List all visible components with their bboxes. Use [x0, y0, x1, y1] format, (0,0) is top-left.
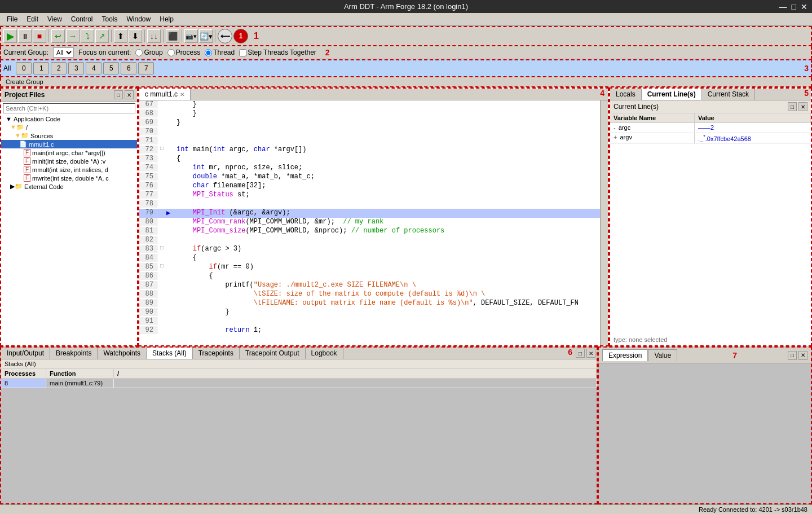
step-threads-label[interactable]: Step Threads Together — [239, 49, 316, 56]
minimize-btn[interactable]: — — [779, 2, 787, 11]
stacks-col-proc: Processes — [1, 369, 46, 378]
up-button[interactable]: ⬆ — [114, 29, 127, 43]
project-panel-float[interactable]: □ — [114, 90, 123, 99]
project-panel-close[interactable]: ✕ — [125, 90, 134, 99]
code-line-85: 85 □ if(mr == 0) — [139, 263, 600, 272]
vars-columns: Variable Name Value — [610, 113, 811, 123]
vars-panel-controls: □ ✕ — [788, 102, 807, 111]
tab-current-line[interactable]: Current Line(s) — [642, 89, 702, 100]
tree-item-appcode[interactable]: ▼ Application Code — [1, 115, 137, 123]
eval-tab-value[interactable]: Value — [648, 349, 677, 361]
vars-panel-float[interactable]: □ — [788, 102, 797, 111]
menu-view[interactable]: View — [43, 14, 67, 24]
sep-3 — [144, 30, 145, 42]
type-none-label: type: none selected — [610, 334, 811, 345]
tab-tracepoint-output[interactable]: Tracepoint Output — [240, 348, 306, 359]
add-bp-button[interactable]: ⬛ — [166, 29, 179, 43]
eval-panel-close[interactable]: ✕ — [798, 351, 807, 360]
step-over-button[interactable]: → — [66, 29, 80, 43]
var-row-argv[interactable]: + argv ._*.0x7ffcbe42a568 — [610, 133, 811, 144]
eval-panel-float[interactable]: □ — [788, 351, 797, 360]
stacks-proc-0: 8 — [1, 379, 46, 388]
break-all-button[interactable]: ↓↓ — [147, 29, 161, 43]
memory-button[interactable]: 📷▾ — [184, 29, 198, 43]
code-scrollbar[interactable] — [600, 100, 608, 345]
tab-watchpoints[interactable]: Watchpoints — [98, 348, 147, 359]
counter-badge: 1 — [233, 29, 248, 43]
tree-label-sources: Sources — [30, 133, 53, 139]
label-1: 1 — [254, 31, 259, 41]
stacks-row-0[interactable]: 8 main (mmult1.c:79) — [1, 379, 597, 388]
titlebar: Arm DDT - Arm Forge 18.2 (on login1) — □… — [0, 0, 812, 13]
group-select[interactable]: All — [53, 47, 74, 58]
eval-tab-expression[interactable]: Expression — [602, 349, 648, 361]
down-button[interactable]: ⬇ — [129, 29, 142, 43]
tree-item-sources[interactable]: ▼📁 Sources — [1, 131, 137, 140]
radio-group-label[interactable]: Group — [135, 49, 162, 56]
maximize-btn[interactable]: □ — [792, 2, 796, 11]
tree-item-mmult1c[interactable]: 📄 mmult1.c — [1, 140, 137, 148]
bottom-left-close[interactable]: ✕ — [586, 349, 595, 358]
back-button[interactable]: ⟵ — [218, 29, 232, 43]
tab-input-output[interactable]: Input/Output — [1, 348, 50, 359]
run-button[interactable]: ▶ — [3, 29, 17, 43]
refresh-button[interactable]: 🔄▾ — [199, 29, 213, 43]
thread-btn-1[interactable]: 1 — [33, 62, 49, 74]
menu-control[interactable]: Control — [67, 14, 98, 24]
func-icon-mmult: F — [24, 166, 30, 173]
tree-item-mmult[interactable]: F mmult(int size, int nslices, d — [1, 165, 137, 174]
label-5: 5 — [804, 89, 811, 100]
code-line-75: 75 double *mat_a, *mat_b, *mat_c; — [139, 173, 600, 182]
step-into-button[interactable]: ⤵ — [81, 29, 94, 43]
menu-file[interactable]: File — [2, 14, 22, 24]
tab-logbook[interactable]: Logbook — [306, 348, 343, 359]
code-tab-mmult1c[interactable]: c mmult1.c ✕ — [139, 89, 191, 100]
toolbar: ▶ ⏸ ■ ↩ → ⤵ ↗ ⬆ ⬇ ↓↓ ⬛ 📷▾ 🔄▾ ⟵ 1 1 — [0, 26, 812, 46]
pause-button[interactable]: ⏸ — [18, 29, 32, 43]
tree-item-root[interactable]: ▼📁 / — [1, 123, 137, 131]
radio-thread[interactable] — [205, 49, 212, 56]
sep-4 — [163, 30, 164, 42]
tab-locals[interactable]: Locals — [610, 89, 642, 100]
code-tab-close[interactable]: ✕ — [180, 91, 184, 98]
tab-breakpoints[interactable]: Breakpoints — [50, 348, 98, 359]
eval-tab-value-label: Value — [654, 352, 671, 359]
radio-thread-label[interactable]: Thread — [205, 49, 235, 56]
step-threads-check[interactable] — [239, 49, 246, 56]
thread-btn-6[interactable]: 6 — [121, 62, 136, 74]
step-out-button[interactable]: ↗ — [95, 29, 109, 43]
vars-table: - argc ——2 + argv ._*.0x7ffcbe42a568 — [610, 123, 811, 334]
thread-btn-0[interactable]: 0 — [16, 62, 32, 74]
tab-tracepoints[interactable]: Tracepoints — [193, 348, 240, 359]
bottom-left: Input/Output Breakpoints Watchpoints Sta… — [0, 346, 598, 504]
radio-process[interactable] — [167, 49, 175, 56]
tree-item-mwrite[interactable]: F mwrite(int size, double *A, c — [1, 174, 137, 182]
close-btn[interactable]: ✕ — [801, 2, 807, 11]
thread-btn-4[interactable]: 4 — [86, 62, 102, 74]
vars-panel-close[interactable]: ✕ — [798, 102, 807, 111]
code-content[interactable]: 67 } 68 } 69 } — [139, 100, 600, 345]
radio-group[interactable] — [135, 49, 143, 56]
menu-window[interactable]: Window — [122, 14, 156, 24]
tree-item-minit[interactable]: F minit(int size, double *A) :v — [1, 157, 137, 165]
window-controls[interactable]: — □ ✕ — [779, 2, 807, 11]
tree-item-external[interactable]: ▶📁 External Code — [1, 182, 137, 191]
radio-process-label[interactable]: Process — [167, 49, 200, 56]
restart-button[interactable]: ↩ — [51, 29, 65, 43]
bottom-left-float[interactable]: □ — [576, 349, 585, 358]
thread-btn-5[interactable]: 5 — [103, 62, 119, 74]
search-input[interactable] — [3, 103, 135, 113]
menu-edit[interactable]: Edit — [22, 14, 43, 24]
main-content: Project Files □ ✕ ▼ Application Code ▼📁 … — [0, 87, 812, 346]
stop-button[interactable]: ■ — [33, 29, 46, 43]
thread-btn-7[interactable]: 7 — [138, 62, 154, 74]
menu-help[interactable]: Help — [155, 14, 178, 24]
tree-item-main[interactable]: F main(int argc, char *argv[]) — [1, 148, 137, 157]
evaluate-header: Expression Value 7 □ ✕ — [599, 348, 811, 363]
menu-tools[interactable]: Tools — [98, 14, 122, 24]
tab-current-stack[interactable]: Current Stack — [702, 89, 755, 100]
bottom-area: Input/Output Breakpoints Watchpoints Sta… — [0, 346, 812, 504]
thread-btn-2[interactable]: 2 — [51, 62, 67, 74]
thread-btn-3[interactable]: 3 — [68, 62, 84, 74]
tab-stacks-all[interactable]: Stacks (All) — [147, 348, 193, 359]
